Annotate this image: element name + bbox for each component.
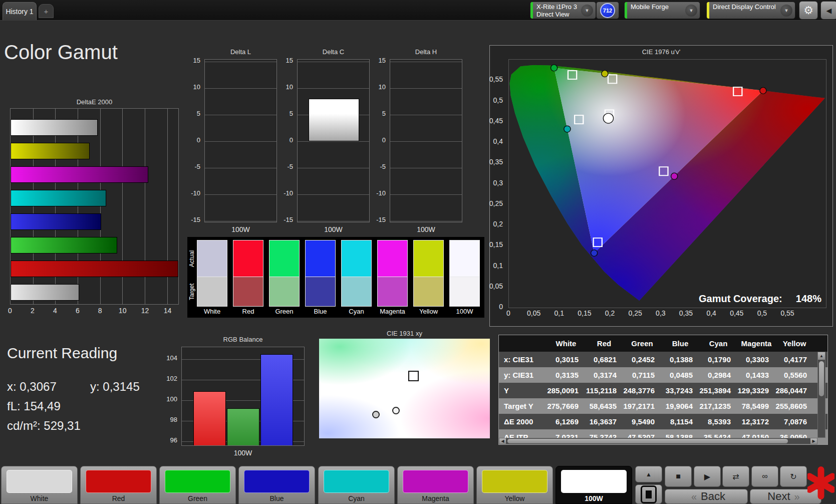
meter-dropdown[interactable]: X-Rite i1Pro 3Direct View ▼ xyxy=(530,2,596,19)
swatch-target-red xyxy=(233,277,263,307)
gridline xyxy=(205,194,276,195)
loop-button[interactable]: ↻ xyxy=(780,466,807,487)
settings-button[interactable]: ⚙ xyxy=(799,1,818,20)
axis-tick-label: 8 xyxy=(98,307,102,315)
chart-title: Delta C xyxy=(297,48,370,56)
back-button[interactable]: « Back xyxy=(665,489,748,504)
actual-target-swatch-panel: ActualTargetWhiteRedGreenBlueCyanMagenta… xyxy=(187,237,484,318)
measured-point-circle xyxy=(392,407,400,414)
table-header-row: WhiteRedGreenBlueCyanMagentaYellow xyxy=(499,335,827,352)
axis-tick-label: 0 xyxy=(8,307,12,315)
back-label: Back xyxy=(701,490,725,503)
axis-tick-label: 0,05 xyxy=(479,282,503,290)
scroll-right-button[interactable]: ▶ xyxy=(810,438,817,444)
frame-step-button[interactable]: ⇄ xyxy=(722,466,749,487)
patch-swatch xyxy=(244,470,310,493)
patch-button-yellow[interactable]: Yellow xyxy=(476,466,553,504)
cell-value: 0,7115 xyxy=(623,371,661,379)
gridline xyxy=(390,194,462,195)
meter-count-button[interactable]: 712 xyxy=(596,2,619,19)
cell-value: 285,0091 xyxy=(547,386,585,395)
scroll-left-button[interactable]: ◀ xyxy=(499,438,506,444)
gridline xyxy=(205,168,276,168)
swatch-target-magenta xyxy=(377,277,408,307)
chart-title: Delta L xyxy=(204,48,277,56)
cell-value: 275,7669 xyxy=(547,402,585,410)
patch-button-white[interactable]: White xyxy=(1,466,78,504)
delta-bar xyxy=(309,99,359,141)
patch-button-green[interactable]: Green xyxy=(159,466,236,504)
table-horizontal-scrollbar[interactable]: ◀ ▶ xyxy=(499,438,817,444)
axis-tick-label: -15 xyxy=(274,216,293,223)
axis-tick-label: -5 xyxy=(181,163,200,170)
swatch-actual-green xyxy=(269,240,300,277)
display-control-dropdown[interactable]: Direct Display Control ▼ xyxy=(706,2,795,19)
axis-tick-label: 0,25 xyxy=(479,199,503,207)
scroll-up-button[interactable]: ▲ xyxy=(818,352,825,360)
swatch-actual-100w xyxy=(449,240,480,277)
patch-button-red[interactable]: Red xyxy=(80,466,157,504)
gamut-coverage-label: Gamut Coverage: xyxy=(699,293,782,304)
gamut-coverage: Gamut Coverage: 148% xyxy=(616,293,821,305)
swatch-actual-magenta xyxy=(377,240,408,277)
deltae-bar-green xyxy=(11,237,117,254)
axis-tick-label: 0,45 xyxy=(730,309,743,317)
scrollbar-thumb[interactable] xyxy=(507,439,788,443)
results-table: WhiteRedGreenBlueCyanMagentaYellowx: CIE… xyxy=(498,335,828,445)
axis-tick-label: 10 xyxy=(181,83,200,91)
workflow-dropdown[interactable]: Mobile Forge ▼ xyxy=(624,2,700,19)
patch-swatch xyxy=(403,470,468,493)
axis-tick-label: 0,1 xyxy=(554,309,564,317)
swatch-target-blue xyxy=(305,277,336,307)
cell-value: 33,7243 xyxy=(661,386,699,395)
delta-l-plot xyxy=(204,59,277,222)
patch-button-blue[interactable]: Blue xyxy=(238,466,315,504)
rgb-balance-plot xyxy=(181,347,305,446)
axis-tick-label: 0 xyxy=(181,136,200,144)
collapse-panel-button[interactable]: ◀ xyxy=(820,1,836,20)
patch-label: 100W xyxy=(556,494,632,502)
white-point-target-square xyxy=(408,371,419,381)
table-row: y: CIE310,31350,31740,71150,04850,29840,… xyxy=(499,367,827,383)
stop-button[interactable]: ■ xyxy=(665,466,692,487)
current-reading-title: Current Reading xyxy=(7,345,117,362)
axis-tick-label: 15 xyxy=(367,57,386,64)
patch-button-cyan[interactable]: Cyan xyxy=(318,466,395,504)
swatch-label: Yellow xyxy=(413,308,444,316)
axis-tick-label: 5 xyxy=(367,110,386,117)
patch-label: Yellow xyxy=(477,494,552,502)
pattern-up-button[interactable]: ▲ xyxy=(635,466,662,482)
deltae-bar-yellow xyxy=(11,143,90,159)
axis-tick-label: 0,05 xyxy=(527,309,540,317)
axis-tick-label: 0,15 xyxy=(479,240,503,248)
patch-swatch xyxy=(165,470,230,493)
axis-tick-label: 102 xyxy=(159,375,177,382)
cell-value: 0,0485 xyxy=(661,371,699,379)
axis-tick-label: 10 xyxy=(119,307,127,315)
patch-button-magenta[interactable]: Magenta xyxy=(397,466,474,504)
swatch-target-green xyxy=(269,277,300,307)
gridline xyxy=(298,62,369,62)
swatch-label: White xyxy=(197,308,227,316)
gridline xyxy=(205,62,276,62)
patch-button-100w[interactable]: 100W xyxy=(555,466,632,504)
add-tab-button[interactable]: + xyxy=(39,4,54,18)
gridline xyxy=(390,62,462,62)
cell-value: 12,3172 xyxy=(737,417,775,426)
swatch-label: Blue xyxy=(305,308,336,316)
axis-tick-label: 0 xyxy=(274,136,293,144)
table-vertical-scrollbar[interactable]: ▲ xyxy=(817,352,825,438)
continuous-button[interactable]: ∞ xyxy=(751,466,778,487)
row-label: Target Y xyxy=(499,402,547,410)
pattern-window-button[interactable] xyxy=(635,484,662,504)
cell-value: 7,0876 xyxy=(775,417,813,426)
gridline xyxy=(390,141,462,142)
play-button[interactable]: ▶ xyxy=(694,466,721,487)
cell-value: 9,5490 xyxy=(623,417,661,426)
scrollbar-thumb[interactable] xyxy=(819,361,824,396)
mini-xlabel: 100W xyxy=(297,225,370,233)
cell-value: 8,1154 xyxy=(661,417,699,426)
tab-history-1[interactable]: History 1 xyxy=(3,2,37,20)
mini-delta_l: Delta L 100W 151050-5-10-15 xyxy=(181,48,277,238)
deltae-bar-100w xyxy=(11,119,98,136)
